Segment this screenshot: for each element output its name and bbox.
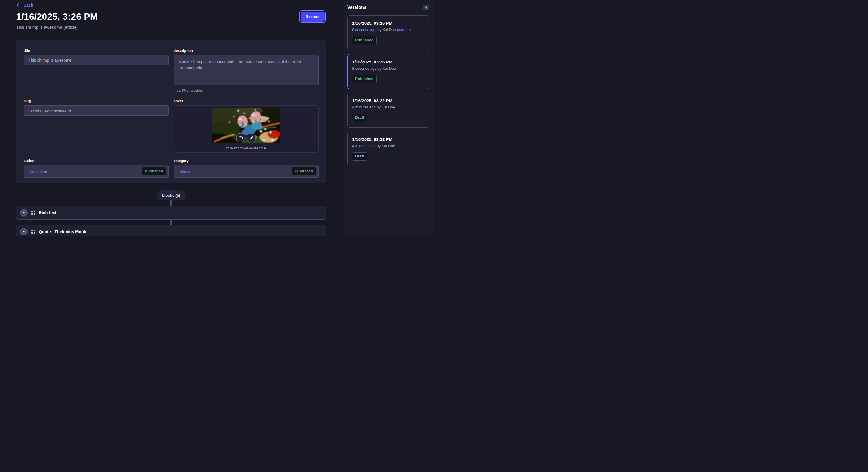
block-accordion[interactable]: Rich text	[16, 206, 326, 220]
title-label: title	[24, 49, 169, 53]
versions-header: Versions 4	[344, 0, 434, 13]
block-label: Quote - Thelonius Monk	[39, 229, 86, 234]
blocks-count-pill: blocks (5)	[156, 191, 185, 200]
chevron-down-icon	[23, 231, 25, 233]
versions-title: Versions	[347, 5, 367, 10]
field-description: description Mantis shrimps, or stomatopo…	[174, 49, 319, 93]
back-label: Back	[24, 3, 33, 7]
versions-sidebar: Versions 4 1/16/2025, 03:26 PM 8 seconds…	[344, 0, 434, 236]
author-label: author	[24, 159, 169, 163]
slug-input[interactable]	[24, 105, 169, 115]
blocks-connector-line	[170, 200, 172, 206]
slug-label: slug	[24, 99, 169, 103]
field-category: category nature Published	[174, 159, 319, 177]
drag-handle-icon[interactable]	[31, 211, 35, 215]
category-label: category	[174, 159, 319, 163]
version-meta: 8 seconds ago by Kai Doe	[352, 66, 424, 71]
field-cover: cover	[174, 99, 319, 153]
pencil-icon	[249, 136, 254, 140]
field-title: title	[24, 49, 169, 65]
blocks-section: blocks (5) Rich text Quote - Thelonius M…	[16, 191, 326, 236]
drag-handle-icon[interactable]	[31, 230, 35, 234]
version-timestamp: 1/16/2025, 03:22 PM	[352, 98, 424, 103]
cover-label: cover	[174, 99, 319, 103]
block-label: Rich text	[39, 210, 56, 215]
copy-link-button[interactable]	[236, 133, 245, 142]
version-card[interactable]: 1/16/2025, 03:22 PM 4 minutes ago by Kai…	[347, 93, 429, 128]
version-meta: 4 minutes ago by Kai Doe	[352, 144, 424, 148]
version-status-badge: Draft	[352, 113, 367, 122]
collapse-block-button[interactable]	[20, 228, 28, 235]
version-card[interactable]: 1/16/2025, 03:26 PM 8 seconds ago by Kai…	[347, 54, 429, 89]
version-form-card: title description Mantis shrimps, or sto…	[16, 40, 326, 183]
description-textarea[interactable]: Mantis shrimps, or stomatopods, are mari…	[174, 55, 319, 86]
page-subtitle: This shrimp is awesome (article)	[16, 25, 78, 30]
version-current-label: (current)	[397, 28, 411, 32]
back-arrow-icon	[16, 3, 21, 7]
title-input[interactable]	[24, 55, 169, 65]
back-link[interactable]: Back	[16, 3, 33, 7]
link-icon	[238, 135, 243, 140]
versions-list: 1/16/2025, 03:26 PM 8 seconds ago by Kai…	[344, 13, 434, 166]
version-status-badge: Draft	[352, 152, 367, 161]
block-accordion[interactable]: Quote - Thelonius Monk	[16, 225, 326, 236]
cover-image-actions	[236, 133, 256, 142]
author-relation-link[interactable]: David Doe	[28, 169, 47, 174]
chevron-down-icon	[23, 212, 25, 214]
description-hint: max. 80 characters	[174, 89, 319, 93]
version-status-badge: Published	[352, 36, 377, 44]
version-meta: 8 seconds ago by Kai Doe (current)	[352, 28, 424, 32]
versions-count-badge: 4	[423, 5, 429, 10]
category-status-badge: Published	[291, 167, 316, 175]
description-label: description	[174, 49, 319, 53]
version-card[interactable]: 1/16/2025, 03:26 PM 8 seconds ago by Kai…	[347, 15, 429, 50]
version-timestamp: 1/16/2025, 03:22 PM	[352, 137, 424, 142]
blocks-connector-line	[170, 220, 172, 225]
field-author: author David Doe Published	[24, 159, 169, 177]
category-relation-link[interactable]: nature	[179, 169, 190, 174]
author-status-badge: Published	[142, 167, 166, 175]
version-timestamp: 1/16/2025, 03:26 PM	[352, 59, 424, 64]
field-slug: slug	[24, 99, 169, 115]
cover-image	[212, 108, 280, 143]
version-timestamp: 1/16/2025, 03:26 PM	[352, 21, 424, 26]
collapse-block-button[interactable]	[20, 209, 28, 216]
edit-image-button[interactable]	[247, 133, 256, 142]
version-meta: 4 minutes ago by Kai Doe	[352, 105, 424, 109]
page-title: 1/16/2025, 3:26 PM	[16, 11, 98, 22]
version-card[interactable]: 1/16/2025, 03:22 PM 4 minutes ago by Kai…	[347, 132, 429, 166]
main-content: Back 1/16/2025, 3:26 PM This shrimp is a…	[0, 0, 344, 236]
version-status-badge: Published	[352, 75, 377, 83]
category-relation-box: nature Published	[174, 165, 319, 177]
cover-media-card: this-shrimp-is-awesome	[174, 105, 319, 153]
restore-button[interactable]: Restore	[301, 12, 324, 22]
restore-button-focus-ring: Restore	[299, 10, 326, 23]
cover-caption: this-shrimp-is-awesome	[226, 146, 266, 150]
author-relation-box: David Doe Published	[24, 165, 169, 177]
blocks-list: Rich text Quote - Thelonius Monk	[16, 206, 326, 236]
